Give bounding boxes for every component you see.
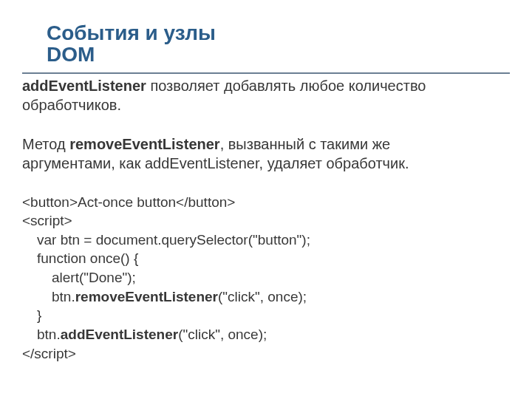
text: btn. xyxy=(37,327,61,342)
code-line: function once() { xyxy=(22,249,510,268)
text: удаляет обработчик. xyxy=(263,155,409,171)
spacer xyxy=(22,174,510,193)
text: </script> xyxy=(22,346,76,361)
code-block: <button>Act-once button</button> <script… xyxy=(22,193,510,364)
text: alert("Done"); xyxy=(22,268,136,287)
bold-removeEventListener-call: removeEventListener xyxy=(75,289,218,304)
text: Метод xyxy=(22,136,69,152)
text: <button>Act-once button</button> xyxy=(22,194,235,210)
text: btn. xyxy=(52,289,75,304)
paragraph-1-line-1: addEventListener позволяет добавлять люб… xyxy=(22,76,510,95)
code-line: <script> xyxy=(22,211,510,231)
code-line: <button>Act-once button</button> xyxy=(22,193,510,212)
code-line: var btn = document.querySelector("button… xyxy=(22,231,510,250)
paragraph-1-line-2: обработчиков. xyxy=(22,95,510,115)
text: позволяет добавлять любое количество xyxy=(146,78,426,94)
text: ("click", once); xyxy=(218,289,307,304)
code-line: </script> xyxy=(22,344,510,364)
bold-removeEventListener: removeEventListener xyxy=(69,136,219,152)
title-line-2: DOM xyxy=(47,43,95,66)
text: , вызванный с такими же xyxy=(220,136,391,152)
text: аргументами, как xyxy=(22,155,145,171)
title-line-1: События и узлы xyxy=(47,21,216,44)
text: var btn = document.querySelector("button… xyxy=(22,231,310,250)
code-line: btn.removeEventListener("click", once); xyxy=(22,287,510,307)
text: <script> xyxy=(22,213,72,228)
code-line: } xyxy=(22,306,510,325)
text: ("click", once); xyxy=(178,327,267,342)
code-line: alert("Done"); xyxy=(22,268,510,287)
text: function once() { xyxy=(22,249,138,268)
text: addEventListener, xyxy=(145,155,263,171)
text: } xyxy=(22,306,41,325)
slide: События и узлы DOM addEventListener позв… xyxy=(0,0,532,399)
title-underline xyxy=(22,72,510,74)
code-line: btn.addEventListener("click", once); xyxy=(22,325,510,344)
bold-addEventListener: addEventListener xyxy=(22,78,146,94)
bold-addEventListener-call: addEventListener xyxy=(61,327,178,342)
slide-body: addEventListener позволяет добавлять люб… xyxy=(22,76,510,363)
spacer xyxy=(22,115,510,134)
paragraph-2-line-2: аргументами, как addEventListener, удаля… xyxy=(22,154,510,173)
slide-title: События и узлы DOM xyxy=(47,22,216,66)
paragraph-2-line-1: Метод removeEventListener, вызванный с т… xyxy=(22,134,510,154)
text: обработчиков. xyxy=(22,97,121,113)
